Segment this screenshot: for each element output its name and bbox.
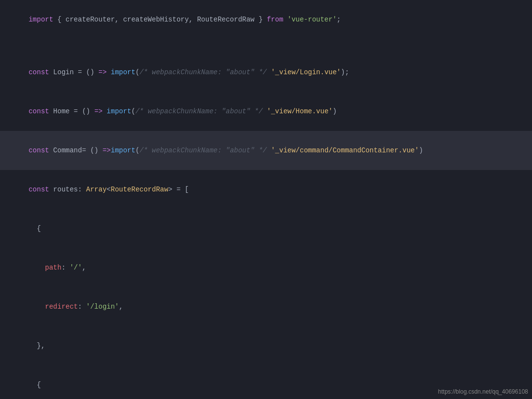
code-line-4: const Home = () => import(/* webpackChun… — [0, 92, 532, 131]
code-line-5: const Command= () =>import(/* webpackChu… — [0, 131, 532, 170]
code-editor: import { createRouter, createWebHistory,… — [0, 0, 532, 399]
code-line-3: const Login = () => import(/* webpackChu… — [0, 53, 532, 92]
code-line-6: const routes: Array<RouteRecordRaw> = [ — [0, 170, 532, 209]
code-line-1: import { createRouter, createWebHistory,… — [0, 0, 532, 39]
code-line-8: path: '/', — [0, 248, 532, 287]
code-line-10: }, — [0, 326, 532, 365]
code-line-9: redirect: '/login', — [0, 287, 532, 326]
code-line-2 — [0, 39, 532, 53]
watermark: https://blog.csdn.net/qq_40696108 — [438, 388, 528, 395]
code-line-7: { — [0, 209, 532, 248]
